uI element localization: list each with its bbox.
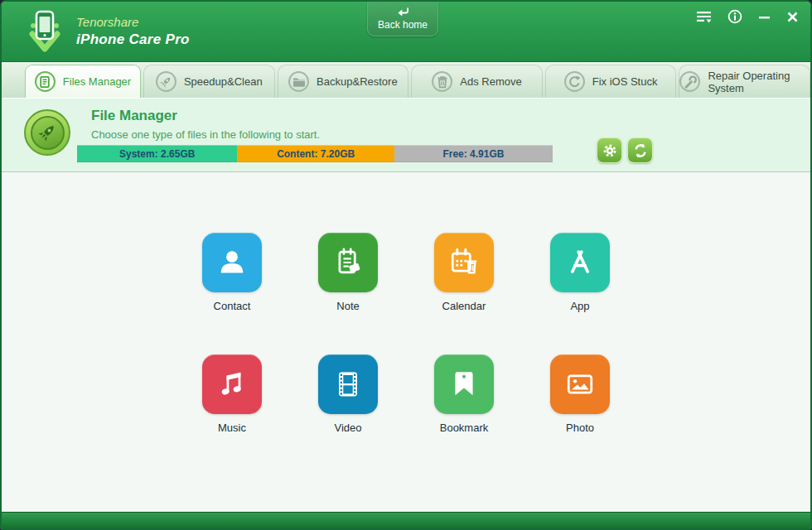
storage-free-segment: Free: 4.91GB	[394, 145, 553, 162]
storage-system-segment: System: 2.65GB	[77, 145, 237, 162]
file-manager-badge	[24, 109, 70, 156]
rocket-icon	[156, 71, 176, 92]
note-icon	[318, 233, 378, 292]
grid-row-1: Contact Note	[191, 233, 621, 312]
tab-label: Backup&Restore	[317, 75, 398, 88]
title-bar: Tenorshare iPhone Care Pro Back home	[2, 2, 810, 62]
main-tabs: Files Manager Speedup&Clean	[2, 62, 810, 98]
back-home-button[interactable]: Back home	[367, 2, 438, 36]
back-arrow-icon	[396, 7, 410, 17]
tile-label: Video	[334, 422, 361, 434]
menu-icon[interactable]	[696, 11, 712, 23]
music-icon	[202, 354, 262, 414]
folder-icon	[288, 71, 309, 92]
window-controls	[696, 9, 799, 24]
settings-button[interactable]	[597, 137, 622, 163]
storage-system-label: System: 2.65GB	[119, 148, 195, 160]
gear-icon	[602, 142, 618, 159]
grid-row-2: Music	[191, 354, 621, 434]
tile-app[interactable]: App	[539, 233, 621, 312]
minimize-icon[interactable]	[758, 11, 771, 23]
tab-repair-operating-system[interactable]: Repair Operating System	[679, 65, 810, 98]
tile-bookmark[interactable]: Bookmark	[423, 354, 505, 434]
video-icon	[318, 354, 378, 414]
tile-label: Calendar	[442, 300, 486, 312]
tab-speedup-clean[interactable]: Speedup&Clean	[143, 65, 275, 98]
app-window: Tenorshare iPhone Care Pro Back home	[0, 0, 812, 530]
storage-content-segment: Content: 7.20GB	[237, 145, 394, 162]
app-logo-icon	[23, 7, 66, 55]
tab-label: Speedup&Clean	[184, 75, 263, 88]
tile-music[interactable]: Music	[191, 354, 273, 434]
calendar-icon	[434, 233, 494, 292]
photo-icon	[550, 354, 610, 414]
tile-video[interactable]: Video	[307, 354, 389, 434]
bookmark-icon	[434, 354, 494, 414]
storage-content-label: Content: 7.20GB	[277, 148, 355, 160]
tile-calendar[interactable]: Calendar	[423, 233, 505, 312]
brand: Tenorshare iPhone Care Pro	[76, 15, 190, 48]
tile-label: Photo	[566, 422, 594, 434]
app-icon	[550, 233, 610, 292]
file-manager-panel: File Manager Choose one type of files in…	[2, 98, 810, 172]
close-icon[interactable]	[786, 11, 799, 23]
info-icon[interactable]	[727, 9, 742, 24]
document-icon	[35, 71, 56, 92]
rocket-badge-icon	[31, 116, 65, 150]
wrench-icon	[679, 71, 700, 92]
tab-backup-restore[interactable]: Backup&Restore	[278, 65, 409, 98]
bottom-status-strip	[2, 512, 810, 528]
refresh-arrows-icon	[632, 142, 649, 159]
back-home-label: Back home	[378, 19, 428, 31]
brand-name: Tenorshare	[76, 15, 190, 31]
page-subtitle: Choose one type of files in the followin…	[91, 128, 320, 141]
tab-label: Repair Operating System	[708, 70, 810, 94]
tile-label: Bookmark	[440, 422, 489, 434]
refresh-icon	[564, 71, 585, 92]
page-title: File Manager	[91, 108, 177, 124]
tab-files-manager[interactable]: Files Manager	[25, 65, 141, 98]
contact-icon	[202, 233, 262, 292]
refresh-button[interactable]	[627, 137, 653, 163]
tile-label: Note	[336, 300, 359, 312]
product-name: iPhone Care Pro	[76, 31, 190, 48]
tile-label: App	[570, 300, 589, 312]
tab-ads-remove[interactable]: Ads Remove	[411, 65, 543, 98]
tab-label: Fix iOS Stuck	[592, 75, 658, 88]
tile-photo[interactable]: Photo	[539, 354, 621, 434]
tile-contact[interactable]: Contact	[191, 233, 273, 312]
tile-label: Music	[218, 422, 246, 434]
tab-label: Ads Remove	[460, 75, 521, 88]
file-type-grid: Contact Note	[2, 172, 810, 512]
tab-fix-ios-stuck[interactable]: Fix iOS Stuck	[545, 65, 677, 98]
storage-usage-bar: System: 2.65GB Content: 7.20GB Free: 4.9…	[77, 145, 553, 162]
tile-label: Contact	[214, 300, 251, 312]
tile-note[interactable]: Note	[307, 233, 389, 312]
storage-free-label: Free: 4.91GB	[442, 148, 504, 160]
tab-label: Files Manager	[63, 75, 131, 88]
trash-icon	[432, 71, 452, 92]
